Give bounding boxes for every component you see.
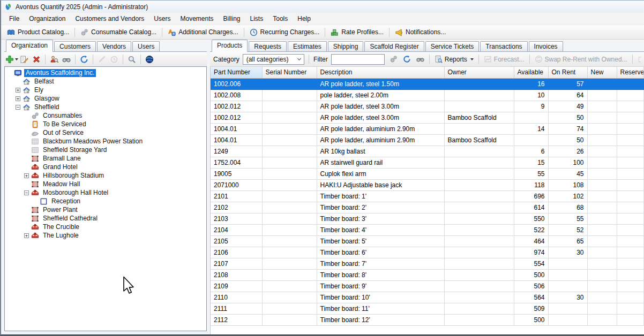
table-row[interactable]: 2107Timber board: 7'554	[211, 258, 644, 269]
table-row[interactable]: 1249AR 10kg ballast626	[211, 146, 644, 157]
tab-service-tickets[interactable]: Service Tickets	[425, 41, 480, 52]
tab-organization[interactable]: Organization	[6, 40, 53, 52]
tree-item-sheffield[interactable]: − Sheffield	[5, 103, 206, 111]
tab-customers[interactable]: Customers	[54, 41, 96, 52]
table-row[interactable]: 2105Timber board: 5'46465	[211, 235, 644, 247]
tree-item-blackburn-meadows-power-station[interactable]: Blackburn Meadows Power Station	[5, 137, 206, 146]
table-row[interactable]: 2111Timber board: 11'509	[211, 303, 644, 314]
recurring-charges-button[interactable]: Recurring Charges...	[246, 27, 324, 38]
refresh-button[interactable]	[78, 54, 90, 65]
table-row[interactable]: 1004.01AR pole ladder, aluminium 2.90mBa…	[211, 134, 644, 146]
table-row[interactable]: 1002.006AR pole ladder, steel 1.50m1657	[211, 78, 644, 89]
settings-button[interactable]	[388, 54, 399, 64]
table-row[interactable]: 2104Timber board: 4'52252	[211, 224, 644, 235]
tree-item-consumables[interactable]: Consumables	[5, 111, 206, 120]
tab-vendors[interactable]: Vendors	[97, 41, 131, 52]
add-button[interactable]	[6, 54, 18, 65]
table-row[interactable]: 1002.012AR pole ladder, steel 3.00mBambo…	[211, 112, 644, 123]
tree-item-mosborough-hall-hotel[interactable]: − Mosborough Hall Hotel	[5, 188, 206, 197]
consumable-catalog-button[interactable]: Consumable Catalog...	[77, 27, 160, 38]
tree-expander-collapsed[interactable]: +	[16, 96, 20, 101]
column-header-description[interactable]: Description	[317, 67, 444, 78]
menu-tools[interactable]: Tools	[268, 13, 293, 24]
tree-expander-collapsed[interactable]: +	[16, 88, 20, 93]
refresh-grid-button[interactable]	[401, 54, 413, 64]
column-header-reserved[interactable]: Reserved	[617, 67, 644, 78]
table-row[interactable]: 1004.01AR pole ladder, aluminium 2.90m14…	[211, 123, 644, 134]
tree-item-belfast[interactable]: Belfast	[5, 77, 206, 86]
tree-item-out-of-service[interactable]: Out of Service	[5, 128, 206, 137]
table-row[interactable]: 2108Timber board: 8'500	[211, 269, 644, 280]
menu-billing[interactable]: Billing	[219, 13, 245, 24]
tab-users[interactable]: Users	[132, 41, 160, 52]
tree-item-ely[interactable]: + Ely	[5, 86, 206, 94]
table-row[interactable]: 2071000HAKI:U Adjustable base jack118108	[211, 179, 644, 190]
column-header-owner[interactable]: Owner	[444, 67, 514, 78]
tab-transactions[interactable]: Transactions	[480, 41, 527, 52]
tree-item-meadow-hall[interactable]: Meadow Hall	[5, 180, 206, 188]
tree-item-glasgow[interactable]: + Glasgow	[5, 94, 206, 103]
tree-item-grand-hotel[interactable]: Grand Hotel	[5, 163, 206, 171]
tree-expander-expanded[interactable]: −	[24, 190, 29, 195]
category-dropdown[interactable]: (all categories)	[243, 54, 304, 65]
tree-item-sheffield-storage-yard[interactable]: Sheffield Storage Yard	[5, 146, 206, 154]
tree-item-to-be-serviced[interactable]: To Be Serviced	[5, 120, 206, 128]
column-header-on-rent[interactable]: On Rent	[548, 67, 587, 78]
tree-expander-collapsed[interactable]: +	[24, 173, 29, 178]
column-header-available[interactable]: Available	[514, 67, 548, 78]
table-row[interactable]: 1752.004AR stairwell guard rail15100	[211, 157, 644, 168]
table-row[interactable]: 2110Timber board: 10'56430	[211, 292, 644, 303]
tab-shipping[interactable]: Shipping	[328, 41, 364, 52]
table-row[interactable]: 2112Timber board: 12'500	[211, 314, 644, 325]
filter-input[interactable]	[331, 54, 385, 65]
table-row[interactable]: 2102Timber board: 2'61468	[211, 202, 644, 213]
menu-users[interactable]: Users	[149, 13, 175, 24]
column-header-part-number[interactable]: Part Number	[211, 67, 262, 78]
cell-owner	[444, 235, 514, 247]
menu-help[interactable]: Help	[293, 13, 316, 24]
menu-organization[interactable]: Organization	[24, 13, 70, 24]
menu-customers-and-vendors[interactable]: Customers and Vendors	[70, 13, 149, 24]
tree-item-avontus-scaffolding-inc[interactable]: Avontus Scaffolding Inc.	[5, 68, 206, 77]
tab-invoices[interactable]: Invoices	[529, 41, 563, 52]
additional-charges-button[interactable]: Additional Charges...	[164, 27, 242, 38]
tab-estimates[interactable]: Estimates	[288, 41, 327, 52]
separator	[429, 55, 430, 64]
table-row[interactable]: 19005Cuplok flexi arm5545	[211, 168, 644, 179]
tree-item-sheffield-cathedral[interactable]: Sheffield Cathedral	[5, 214, 206, 223]
find-customer-button[interactable]	[48, 54, 60, 65]
menu-movements[interactable]: Movements	[175, 13, 218, 24]
product-catalog-button[interactable]: Product Catalog...	[3, 27, 73, 38]
table-row[interactable]: 1002.008pole ladder, steel 2.00m1064	[211, 89, 644, 101]
table-row[interactable]: 2101Timber board: 1'696102	[211, 190, 644, 202]
column-header-serial-number[interactable]: Serial Number	[262, 67, 317, 78]
table-row[interactable]: 2106Timber board: 6'97430	[211, 247, 644, 258]
tree-expander-collapsed[interactable]: +	[24, 233, 29, 238]
column-header-new[interactable]: New	[587, 67, 617, 78]
reports-button[interactable]: Reports	[433, 54, 475, 64]
menu-lists[interactable]: Lists	[245, 13, 268, 24]
tree-item-reception[interactable]: Reception	[5, 197, 206, 205]
rate-profiles-button[interactable]: Rate Profiles...	[327, 27, 387, 38]
tree-item-the-crucible[interactable]: The Crucible	[5, 223, 206, 231]
edit-button[interactable]	[18, 54, 30, 65]
tree-item-bramall-lane[interactable]: Bramall Lane	[5, 154, 206, 163]
find-button[interactable]	[61, 54, 72, 65]
find-grid-button[interactable]	[415, 54, 426, 64]
delete-button[interactable]	[31, 54, 42, 65]
table-row[interactable]: 2109Timber board: 9'506	[211, 280, 644, 292]
tab-scaffold-register[interactable]: Scaffold Register	[364, 41, 424, 52]
tree-item-the-lughole[interactable]: + The Lughole	[5, 231, 206, 240]
notifications-button[interactable]: Notifications...	[391, 27, 450, 38]
tree-expander-expanded[interactable]: −	[16, 105, 20, 110]
google-earth-button[interactable]	[144, 54, 155, 65]
table-row[interactable]: 2103Timber board: 3'55055	[211, 213, 644, 224]
tree-item-power-plant[interactable]: Power Plant	[5, 205, 206, 214]
tab-products[interactable]: Products	[212, 40, 248, 52]
table-row[interactable]: 1002.012AR pole ladder, steel 3.00m949	[211, 101, 644, 112]
tab-requests[interactable]: Requests	[249, 41, 287, 52]
tree-item-hillsborough-stadium[interactable]: + Hillsborough Stadium	[5, 171, 206, 180]
map-search-button[interactable]	[126, 54, 138, 65]
menu-file[interactable]: File	[4, 13, 24, 24]
cell-serial-number	[262, 224, 317, 235]
